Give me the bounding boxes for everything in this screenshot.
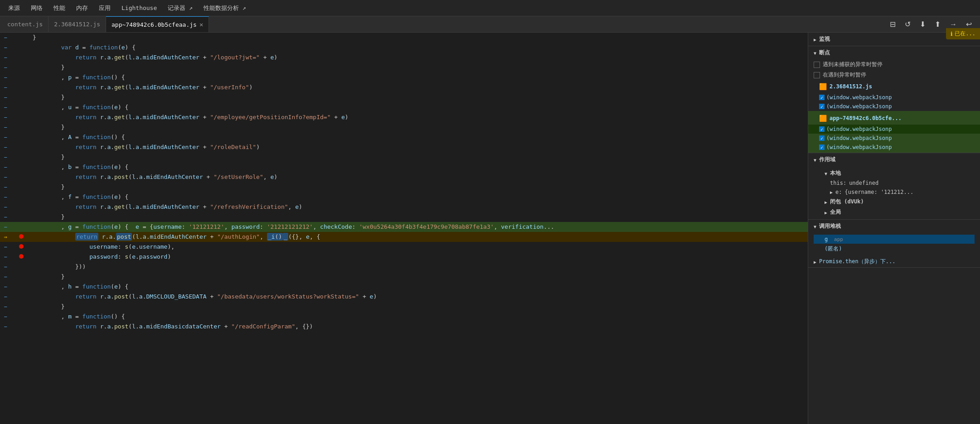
- scope-global-header[interactable]: 全局: [814, 207, 975, 217]
- uncaught-checkbox[interactable]: [814, 62, 820, 68]
- exception-checkbox[interactable]: [814, 72, 820, 78]
- line-content: return r.a.post(l.a.DMSCLOUD_BASEDATA + …: [29, 292, 377, 302]
- nav-sources[interactable]: 来源: [4, 2, 24, 14]
- code-line: − return r.a.get(l.a.midEndAuthCenter + …: [0, 82, 808, 92]
- checkbox-uncaught[interactable]: 遇到未捕获的异常时暂停: [808, 59, 980, 70]
- callstack-bottom-row[interactable]: Promise.then（异步）下...: [808, 256, 980, 267]
- bp-webpack-1: (window.webpackJsonp: [826, 94, 892, 101]
- bp-entry: ✓ (window.webpackJsonp: [808, 143, 980, 152]
- callstack-header[interactable]: 调用堆栈: [808, 220, 980, 233]
- step-into-btn[interactable]: ⬆: [932, 18, 943, 30]
- line-gutter: −: [0, 142, 29, 152]
- line-content: }: [29, 302, 64, 312]
- code-line: − }: [0, 92, 808, 102]
- bp-checkbox-1[interactable]: ✓: [819, 95, 825, 100]
- code-editor[interactable]: ℹ 已在... − } − var d = function(e): [0, 33, 808, 424]
- callstack-item-anon[interactable]: (匿名): [814, 244, 975, 254]
- line-content: return r.a.get(l.a.midEndAuthCenter + "/…: [29, 202, 302, 212]
- nav-memory[interactable]: 内存: [72, 2, 92, 14]
- bp-webpack-5: (window.webpackJsonp: [826, 144, 892, 150]
- line-gutter: −: [0, 43, 29, 53]
- code-line: − return r.a.post(l.a.midEndAuthCenter +…: [0, 172, 808, 182]
- tab-label: content.js: [7, 21, 43, 28]
- line-gutter: −: [0, 262, 29, 272]
- bp-checkbox-4[interactable]: ✓: [819, 135, 825, 141]
- code-line: − return r.a.get(l.a.midEndAuthCenter + …: [0, 53, 808, 63]
- line-gutter: −: [0, 312, 29, 322]
- tab-app-748942[interactable]: app~748942c6.0b5cfeaa.js ✕: [106, 16, 209, 32]
- nav-network[interactable]: 网络: [26, 2, 47, 14]
- step-over-btn[interactable]: ⬇: [917, 18, 928, 30]
- line-gutter: −: [0, 82, 29, 92]
- line-gutter: −: [0, 182, 29, 192]
- tab-content-js[interactable]: content.js: [2, 16, 49, 32]
- watch-label: 监视: [819, 35, 830, 43]
- format-btn[interactable]: ↺: [902, 18, 913, 30]
- callstack-item-g[interactable]: g app: [814, 235, 975, 244]
- line-gutter: −: [0, 292, 29, 302]
- line-content: password: s(e.password): [29, 252, 171, 262]
- line-content: , u = function(e) {: [29, 102, 128, 112]
- line-content: var d = function(e) {: [29, 43, 136, 53]
- bp-checkbox-2[interactable]: ✓: [819, 104, 825, 109]
- line-gutter: −: [0, 33, 29, 43]
- line-arrow: −: [0, 33, 11, 43]
- line-gutter: −: [0, 162, 29, 172]
- checkbox-exception[interactable]: 在遇到异常时暂停: [808, 70, 980, 80]
- bp-file-1: 🟧 2.36841512.js ✓ (window.webpackJsonp ✓…: [808, 80, 980, 111]
- line-content: , b = function(e) {: [29, 162, 128, 172]
- tab-label: 2.36841512.js: [54, 21, 100, 28]
- scope-this-key: this:: [830, 180, 846, 186]
- nav-application[interactable]: 应用: [94, 2, 115, 14]
- scope-closure-header[interactable]: 闭包 (dVUk): [814, 197, 975, 207]
- line-content: return r.a.post(l.a.midEndAuthCenter + "…: [29, 172, 277, 182]
- bp-checkbox-5[interactable]: ✓: [819, 145, 825, 150]
- scope-local-header[interactable]: 本地: [814, 168, 975, 178]
- line-content: }: [29, 122, 64, 132]
- nav-perf-data[interactable]: 性能数据分析 ↗: [199, 2, 251, 14]
- scope-global-expand: [825, 209, 827, 216]
- collapse-all-btn[interactable]: ⊟: [887, 18, 898, 30]
- bp-file-1-header[interactable]: 🟧 2.36841512.js: [808, 80, 980, 93]
- nav-lighthouse[interactable]: Lighthouse: [117, 3, 161, 13]
- line-content: , f = function(e) {: [29, 192, 128, 202]
- line-content: , g = function(e) { e = {username: '1212…: [29, 222, 554, 232]
- line-gutter: −: [0, 72, 29, 82]
- code-line: − , p = function() {: [0, 72, 808, 82]
- line-content: , h = function(e) {: [29, 282, 128, 292]
- tab-2-36841512-js[interactable]: 2.36841512.js: [49, 16, 106, 32]
- scope-e-value: {username: '121212...: [844, 189, 913, 195]
- line-arrow: −: [0, 132, 11, 142]
- code-line: − , m = function() {: [0, 312, 808, 322]
- scope-local-expand: [825, 170, 827, 177]
- line-arrow: −: [0, 142, 11, 152]
- code-line: − return r.a.post(l.a.midEndBasicdataCen…: [0, 322, 808, 332]
- scope-label-text: 作用域: [819, 156, 835, 164]
- line-content: }: [29, 152, 64, 162]
- scope-header[interactable]: 作用域: [808, 153, 980, 166]
- code-line: − }: [0, 33, 808, 43]
- breakpoints-header[interactable]: 断点: [808, 46, 980, 59]
- line-arrow: −: [0, 122, 11, 132]
- bp-file-2-header[interactable]: 🟧 app~748942c6.0b5cfe...: [808, 112, 980, 125]
- line-content: , A = function() {: [29, 132, 125, 142]
- nav-performance[interactable]: 性能: [49, 2, 70, 14]
- line-arrow: −: [0, 312, 11, 322]
- scope-e-row[interactable]: e: {username: '121212...: [814, 188, 975, 197]
- code-line: − }: [0, 152, 808, 162]
- callstack-content: g app (匿名): [808, 233, 980, 256]
- breakpoint-dot: [19, 254, 24, 259]
- tab-close-icon[interactable]: ✕: [199, 21, 203, 28]
- line-arrow: −: [0, 212, 11, 222]
- line-arrow: −: [0, 82, 11, 92]
- nav-recorder[interactable]: 记录器 ↗: [163, 2, 197, 14]
- bp-checkbox-3[interactable]: ✓: [819, 126, 825, 132]
- code-line: − , h = function(e) {: [0, 282, 808, 292]
- code-line: − }: [0, 212, 808, 222]
- line-arrow: −: [0, 202, 11, 212]
- line-gutter: −: [0, 302, 29, 312]
- callstack-fn-g-sub: app: [831, 236, 843, 242]
- line-arrow: −: [0, 172, 11, 182]
- line-content: }: [29, 63, 64, 72]
- line-content: return r.a.post(l.a.midEndAuthCenter + "…: [29, 232, 320, 242]
